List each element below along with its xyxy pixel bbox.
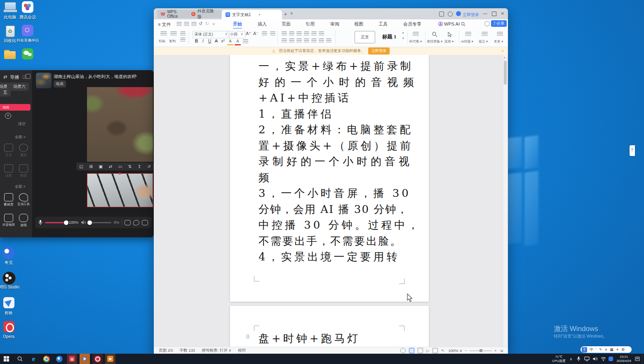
ai-layout-icon[interactable] [465, 32, 471, 38]
tray-network-icon[interactable] [600, 357, 606, 361]
tray-app-icon[interactable] [609, 357, 613, 361]
speaker-muted-icon[interactable] [81, 220, 86, 225]
style-normal[interactable]: 正文 [355, 31, 375, 43]
maximize-button[interactable] [492, 12, 496, 16]
login-link[interactable]: 立即登录 [463, 12, 479, 18]
tab-douyin-clone[interactable]: D 抖音克隆版 [188, 10, 221, 18]
desktop-icon-meeting[interactable]: 腾讯会议 [16, 1, 40, 20]
doc-scrollbar[interactable]: ▴ [503, 55, 507, 347]
edit-title-icon[interactable]: ✎ [134, 73, 137, 78]
chat-icon[interactable] [133, 220, 139, 225]
fit-page-icon[interactable]: ⇲ [500, 349, 503, 353]
tray-display-icon[interactable] [584, 357, 590, 361]
char-shading-icon[interactable] [243, 39, 248, 44]
ime-symbols-icon[interactable]: ✕ [605, 348, 608, 352]
switch-icon[interactable]: ⇄ [3, 74, 7, 80]
help-icon[interactable] [448, 12, 453, 17]
desktop-icon-wechat[interactable] [16, 48, 40, 61]
menu-wps-ai[interactable]: Ⓐ WPS AI [438, 21, 460, 27]
scrollbar-thumb[interactable] [504, 61, 507, 85]
taskbar-app-orange-icon[interactable]: ▣ [105, 354, 115, 364]
upload-icon[interactable]: ↥ [138, 164, 141, 169]
scene-thumbnail[interactable] [36, 73, 52, 88]
tab-list-button[interactable]: ∨ [290, 11, 293, 15]
undo-icon[interactable]: ↺ [199, 21, 202, 26]
document-page-1[interactable]: 一，实景+绿布+提前录制 好的一个小时的音视频 +AI+中控插话 1，直播伴侣 … [230, 55, 429, 302]
document-area[interactable]: 一，实景+绿布+提前录制 好的一个小时的音视频 +AI+中控插话 1，直播伴侣 … [154, 55, 508, 347]
ime-punctuation[interactable]: ’ [596, 347, 597, 352]
paste-icon[interactable] [160, 31, 167, 38]
minimize-button[interactable]: — [483, 11, 487, 16]
paragraph-drag-handle[interactable]: ⠿ [246, 334, 250, 340]
live-badge-bar[interactable]: 926 [0, 104, 31, 111]
flip-horizontal-icon[interactable]: ⇄ [109, 164, 112, 169]
border-icon[interactable] [326, 38, 331, 43]
desktop-icon-jianying[interactable]: 剪映 [0, 297, 21, 316]
video-preview-main[interactable] [87, 87, 153, 162]
crop-icon[interactable]: ▭ [118, 164, 122, 169]
taskbar-search-button[interactable] [15, 354, 25, 364]
zoom-in-button[interactable]: + [494, 348, 497, 353]
ime-skin-icon[interactable]: ✦ [616, 347, 619, 352]
indent-icon[interactable] [304, 31, 309, 36]
start-button[interactable] [1, 354, 12, 364]
redo-icon[interactable]: ↻ [205, 21, 209, 26]
source-douyin-shop[interactable]: 抖音电商 [2, 214, 15, 227]
strikethrough-button[interactable]: A [213, 38, 219, 43]
avatar[interactable] [456, 11, 461, 16]
source-magicbox[interactable]: 魔盒 [17, 144, 30, 157]
find-replace-icon[interactable] [432, 32, 437, 37]
notice-login-button[interactable]: 立即登录 [368, 47, 390, 54]
format-painter-icon[interactable] [180, 31, 186, 36]
source-data[interactable]: 数据 [17, 164, 30, 178]
comment-icon[interactable] [482, 32, 488, 38]
clear-button[interactable]: 清空 [18, 121, 26, 127]
tray-clock[interactable]: 23:21 2025/4/29 [616, 355, 631, 362]
status-proof[interactable]: 校对 [238, 348, 246, 353]
paragraph-mark-icon[interactable] [319, 31, 324, 36]
tray-speaker-icon[interactable] [592, 357, 598, 361]
bold-button[interactable]: B [193, 38, 200, 43]
speaker-volume-slider[interactable] [88, 222, 111, 223]
align-right-icon[interactable] [296, 38, 302, 43]
export-icon[interactable] [191, 22, 197, 27]
taskbar-browser360-icon[interactable] [54, 354, 64, 364]
tray-mic-icon[interactable] [576, 357, 581, 362]
font-size-down[interactable]: A⁻ [253, 31, 259, 36]
taskbar-chrome-icon[interactable] [41, 354, 52, 364]
sort-icon[interactable] [311, 31, 317, 36]
play-view-icon[interactable]: ▷ [426, 349, 429, 353]
menu-review[interactable]: 审阅 [330, 21, 339, 27]
tab-document-1[interactable]: 文字文稿1 • [222, 10, 282, 19]
highlight-button[interactable]: Ａ [227, 38, 233, 45]
ribbon-settings-icon[interactable] [484, 21, 490, 26]
fullscreen-icon[interactable]: ◱ [79, 164, 83, 169]
cut-icon[interactable] [180, 38, 186, 43]
document-page-2[interactable]: ⠿ 盘+时钟+跑马灯 [230, 306, 429, 347]
zoom-out-button[interactable]: − [465, 348, 467, 353]
mic-icon[interactable] [38, 220, 42, 225]
sources-group1[interactable]: 全部 > [15, 135, 26, 140]
source-interactive-tools[interactable]: 互动工具 [17, 193, 30, 206]
desktop-icon-obs[interactable]: OBS Studio [0, 272, 21, 289]
tray-hidden-icons-button[interactable]: ∧ [570, 357, 573, 361]
flip-vertical-icon[interactable]: ⇅ [128, 164, 132, 169]
ime-handwrite-icon[interactable]: ✎ [599, 347, 602, 352]
clear-format-icon[interactable] [270, 31, 275, 36]
share-button[interactable]: ⤴ 分享 [491, 20, 507, 27]
edit-mode-icon[interactable]: ✎ [441, 349, 444, 353]
notice-close-icon[interactable]: × [501, 49, 504, 53]
status-words[interactable]: 字数 132 [180, 348, 195, 353]
number-list-icon[interactable] [289, 31, 294, 36]
style-heading1[interactable]: 标题 1 [378, 31, 400, 43]
font-size-up[interactable]: A⁺ [245, 31, 251, 36]
print-icon[interactable] [184, 22, 189, 27]
text-effects-icon[interactable] [262, 31, 267, 36]
camera-settings-icon[interactable] [125, 220, 131, 225]
font-size-select[interactable]: 小四∨ [228, 31, 245, 38]
menu-insert[interactable]: 插入 [258, 21, 267, 27]
taskbar-obs-icon[interactable] [92, 354, 103, 364]
add-scene-button[interactable]: + [5, 113, 11, 119]
menu-view[interactable]: 视图 [354, 21, 363, 27]
menu-file[interactable]: ≡文件 [158, 21, 171, 28]
